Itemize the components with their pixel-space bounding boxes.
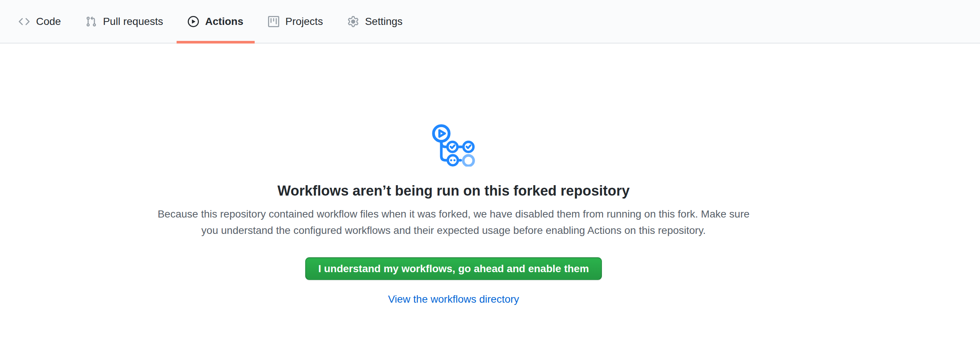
tab-label: Actions xyxy=(205,16,243,27)
tab-label: Pull requests xyxy=(103,16,163,27)
tab-pull-requests[interactable]: Pull requests xyxy=(74,0,174,43)
project-board-icon xyxy=(268,16,279,27)
tab-label: Settings xyxy=(365,16,402,27)
actions-workflow-graph-icon xyxy=(432,124,475,167)
tab-label: Code xyxy=(36,16,61,27)
repo-tab-bar: Code Pull requests Actions Projects Sett… xyxy=(0,0,980,43)
code-icon xyxy=(19,16,30,27)
gear-icon xyxy=(348,16,359,27)
tab-projects[interactable]: Projects xyxy=(257,0,334,43)
view-workflows-directory-link[interactable]: View the workflows directory xyxy=(388,293,519,305)
actions-content: Workflows aren’t being run on this forke… xyxy=(0,124,980,305)
tab-code[interactable]: Code xyxy=(8,0,72,43)
enable-workflows-button[interactable]: I understand my workflows, go ahead and … xyxy=(305,257,602,280)
tab-settings[interactable]: Settings xyxy=(336,0,414,43)
play-circle-icon xyxy=(188,16,199,27)
blankslate-description: Because this repository contained workfl… xyxy=(156,206,751,239)
tab-actions[interactable]: Actions xyxy=(177,0,255,43)
workflows-disabled-blankslate: Workflows aren’t being run on this forke… xyxy=(156,124,751,305)
git-pull-request-icon xyxy=(86,16,97,27)
blankslate-heading: Workflows aren’t being run on this forke… xyxy=(156,181,751,200)
tab-label: Projects xyxy=(286,16,323,27)
link-row: View the workflows directory xyxy=(156,293,751,305)
